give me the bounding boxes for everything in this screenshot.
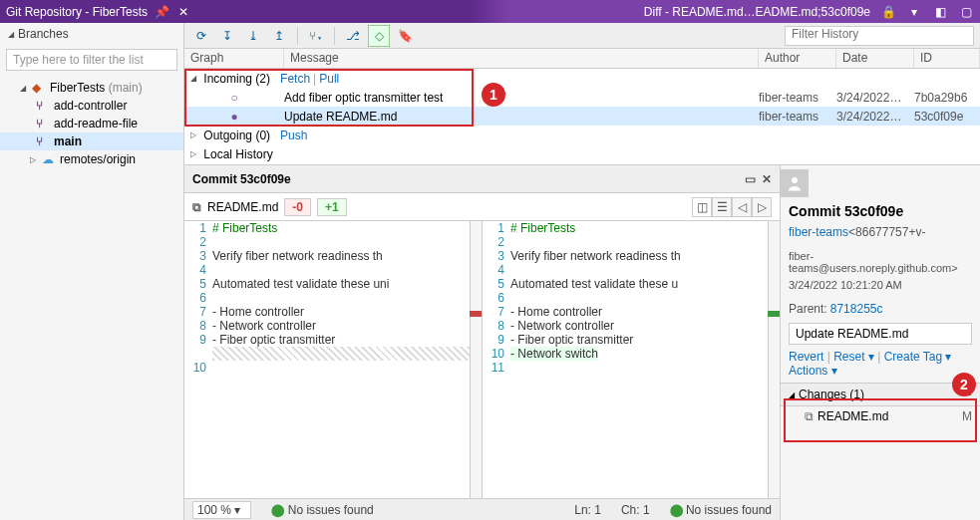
- commit-row[interactable]: ○ Add fiber optic transmitter test fiber…: [184, 88, 980, 107]
- actions-link[interactable]: Actions ▾: [789, 364, 837, 378]
- history-columns: Graph Message Author Date ID: [184, 49, 980, 69]
- graph-node: ●: [184, 110, 284, 124]
- parent-link[interactable]: 8718255c: [830, 302, 883, 316]
- close-icon[interactable]: ✕: [762, 172, 772, 186]
- additions-badge: +1: [317, 198, 347, 216]
- commit-msg: Update README.md: [284, 110, 759, 124]
- diff-pane-left[interactable]: 1# FiberTests 2 3Verify fiber network re…: [184, 221, 483, 498]
- highlight-icon[interactable]: ◇: [368, 25, 390, 47]
- filter-history-input[interactable]: [785, 26, 974, 46]
- col-author[interactable]: Author: [759, 49, 836, 68]
- commit-details-panel: Commit 53c0f09e fiber-teams<86677757+v- …: [781, 165, 980, 520]
- title-bar: Git Repository - FiberTests 📌 ✕ Diff - R…: [0, 0, 980, 23]
- pin-icon[interactable]: 📌: [154, 4, 169, 20]
- minimize-icon[interactable]: ▭: [745, 172, 756, 186]
- branch-icon: ⑂: [36, 99, 50, 113]
- view-prev[interactable]: ◁: [732, 197, 752, 217]
- refresh-icon[interactable]: ⟳: [190, 25, 212, 47]
- branch-item-add-controller[interactable]: ⑂add-controller: [0, 97, 183, 115]
- win-max-icon[interactable]: ▢: [958, 4, 974, 20]
- callout-badge-2: 2: [952, 373, 976, 396]
- branch-icon: ⑂: [36, 134, 50, 148]
- push-icon[interactable]: ↥: [268, 25, 290, 47]
- popout-icon[interactable]: ◧: [932, 4, 948, 20]
- col-id[interactable]: ID: [914, 49, 980, 68]
- change-type: M: [962, 409, 972, 423]
- lock-icon: 🔒: [880, 4, 896, 20]
- close-tab-icon[interactable]: ✕: [175, 4, 191, 20]
- fetch-icon[interactable]: ↧: [216, 25, 238, 47]
- commit-timestamp: 3/24/2022 10:21:20 AM: [781, 279, 980, 296]
- remotes-node[interactable]: ▷☁remotes/origin: [0, 150, 183, 168]
- reset-link[interactable]: Reset ▾: [833, 350, 874, 364]
- view-next[interactable]: ▷: [752, 197, 772, 217]
- local-history-group[interactable]: ▷ Local History: [184, 144, 980, 163]
- pull-link[interactable]: Pull: [319, 72, 339, 86]
- svg-point-0: [792, 177, 798, 183]
- repo-root[interactable]: ◢ ◆ FiberTests (main): [0, 79, 183, 97]
- diff-title: Diff - README.md…EADME.md;53c0f09e: [644, 5, 870, 19]
- commit-msg: Add fiber optic transmitter test: [284, 91, 759, 105]
- branch-item-add-readme[interactable]: ⑂add-readme-file: [0, 115, 183, 132]
- deletions-badge: -0: [284, 198, 311, 216]
- cloud-icon: ☁: [42, 152, 56, 166]
- cursor-col: Ch: 1: [621, 503, 650, 517]
- changes-header[interactable]: ◢Changes (1) ⋯: [781, 383, 980, 406]
- create-tag-link[interactable]: Create Tag ▾: [884, 350, 952, 364]
- issues-status: No issues found: [288, 503, 374, 517]
- window-title: Git Repository - FiberTests: [6, 5, 148, 19]
- commit-message-box[interactable]: Update README.md: [789, 323, 972, 345]
- diff-pane-right[interactable]: 1# FiberTests 2 3Verify fiber network re…: [483, 221, 780, 498]
- commit-header: Commit 53c0f09e ▭ ✕: [184, 165, 780, 193]
- branch-icon-btn[interactable]: ⑂▾: [305, 25, 327, 47]
- branch-filter-input[interactable]: Type here to filter the list: [6, 49, 177, 71]
- chevron-down-icon[interactable]: ▾: [906, 4, 922, 20]
- branches-panel: Branches Type here to filter the list ◢ …: [0, 23, 184, 520]
- status-bar: 100 % ▾ ⬤ No issues found Ln: 1 Ch: 1 ⬤ …: [184, 498, 780, 520]
- tag-icon[interactable]: 🔖: [394, 25, 416, 47]
- avatar: [781, 169, 809, 197]
- file-name: README.md: [207, 200, 278, 214]
- author-email: fiber-teams@users.noreply.github.com>: [781, 250, 980, 279]
- graph-toggle-icon[interactable]: ⎇: [342, 25, 364, 47]
- outgoing-group[interactable]: ▷ Outgoing (0) Push: [184, 126, 980, 144]
- branches-header[interactable]: Branches: [0, 23, 183, 45]
- branch-icon: ⑂: [36, 117, 50, 130]
- compare-icon: ⧉: [805, 409, 814, 423]
- col-graph[interactable]: Graph: [184, 49, 284, 68]
- graph-node: ○: [184, 91, 284, 105]
- view-side-by-side[interactable]: ◫: [692, 197, 712, 217]
- cursor-line: Ln: 1: [574, 503, 601, 517]
- commit-row-selected[interactable]: ● Update README.md fiber-teams 3/24/2022…: [184, 107, 980, 126]
- pull-icon[interactable]: ⤓: [242, 25, 264, 47]
- col-date[interactable]: Date: [836, 49, 914, 68]
- history-list: ◢ Incoming (2) Fetch|Pull ○ Add fiber op…: [184, 69, 980, 164]
- compare-icon: ⧉: [192, 200, 201, 214]
- revert-link[interactable]: Revert: [789, 350, 823, 364]
- details-header: Commit 53c0f09e: [781, 197, 980, 225]
- file-header: ⧉ README.md -0 +1 ◫ ☰ ◁ ▷: [184, 193, 780, 221]
- author-link[interactable]: fiber-teams: [789, 225, 848, 239]
- col-message[interactable]: Message: [284, 49, 759, 68]
- callout-badge-1: 1: [482, 83, 505, 107]
- push-link[interactable]: Push: [280, 129, 307, 142]
- git-icon: ◆: [32, 81, 46, 95]
- incoming-group[interactable]: ◢ Incoming (2) Fetch|Pull: [184, 69, 980, 88]
- history-toolbar: ⟳ ↧ ⤓ ↥ ⑂▾ ⎇ ◇ 🔖: [184, 23, 980, 49]
- changed-file-row[interactable]: ⧉ README.md M: [781, 406, 980, 426]
- view-inline[interactable]: ☰: [712, 197, 732, 217]
- branch-item-main[interactable]: ⑂main: [0, 132, 183, 150]
- zoom-select[interactable]: 100 % ▾: [192, 501, 251, 519]
- fetch-link[interactable]: Fetch: [280, 72, 310, 86]
